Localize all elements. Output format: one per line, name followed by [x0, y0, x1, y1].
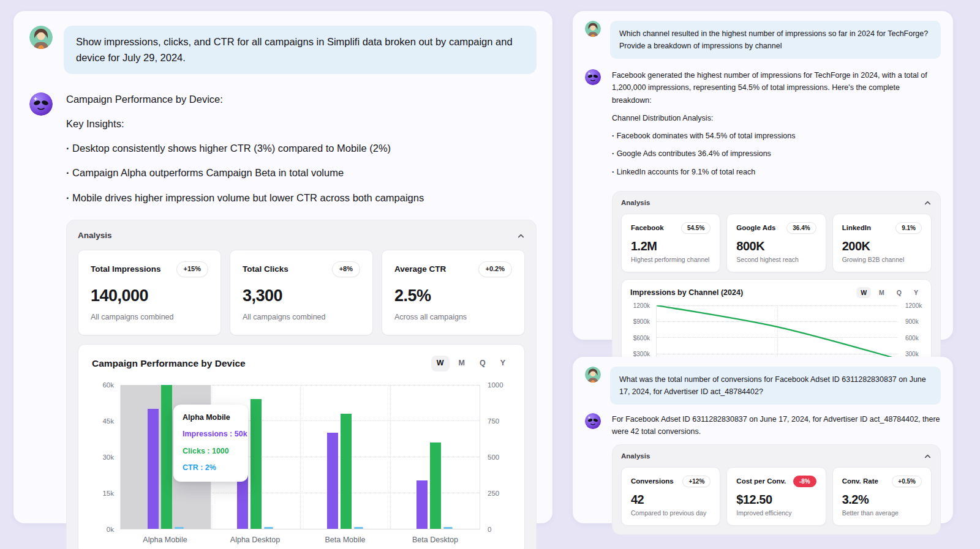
stat-note: Growing B2B channel — [842, 256, 922, 263]
collapse-chevron-icon[interactable] — [517, 232, 525, 240]
clicks-bar[interactable] — [430, 443, 441, 529]
stat-note: Second highest reach — [736, 256, 816, 263]
user-message-bubble: What was the total number of conversions… — [610, 367, 941, 405]
insight-bullet: LinkedIn accounts for 9.1% of total reac… — [612, 166, 941, 178]
y-axis-label: 60k — [102, 380, 114, 390]
analysis-title: Analysis — [621, 199, 650, 206]
assistant-message-row: Facebook generated the highest number of… — [585, 69, 941, 184]
clicks-bar[interactable] — [341, 414, 352, 529]
time-range-toggle: W M Q Y — [431, 356, 511, 372]
stats-row: Total Impressions +15% 140,000 All campa… — [78, 250, 525, 335]
analysis-header[interactable]: Analysis — [621, 199, 932, 207]
stat-value: 3,300 — [243, 285, 360, 308]
stats-row: Facebook 54.5% 1.2M Highest performing c… — [621, 214, 932, 272]
assistant-subheading: Key Insights: — [66, 117, 537, 131]
stat-card-facebook: Facebook 54.5% 1.2M Highest performing c… — [621, 214, 720, 272]
collapse-chevron-icon[interactable] — [924, 199, 932, 207]
assistant-message: For Facebook Adset ID 6311282830837 on J… — [612, 413, 941, 438]
y-axis-label: 250 — [488, 488, 499, 498]
right-y-axis: 10007505002500 — [480, 385, 511, 529]
stat-note: Better than average — [842, 509, 922, 517]
y-axis-label: 500 — [488, 452, 499, 462]
chart-tooltip: Alpha Mobile Impressions : 50kClicks : 1… — [173, 405, 248, 482]
analysis-header[interactable]: Analysis — [621, 452, 932, 460]
user-avatar — [29, 26, 53, 49]
stat-label: Average CTR — [394, 264, 446, 275]
stat-value: 200K — [842, 239, 922, 253]
assistant-avatar — [585, 69, 601, 85]
clicks-bar[interactable] — [161, 385, 172, 529]
stat-note: All campaigns combined — [91, 312, 208, 323]
ctr-bar[interactable] — [175, 527, 184, 529]
stat-label: Cost per Conv. — [736, 477, 786, 485]
y-axis-label: 1200k — [633, 302, 650, 308]
stat-label: Conversions — [631, 477, 674, 485]
user-message-bubble: Which channel resulted in the highest nu… — [610, 21, 941, 59]
assistant-message: Facebook generated the highest number of… — [612, 69, 941, 184]
user-message-row: Show impressions, clicks, and CTR for al… — [29, 26, 537, 74]
stat-note: Improved efficiency — [736, 509, 816, 517]
x-axis-label: Alpha Mobile — [120, 535, 210, 546]
range-year-button[interactable]: Y — [495, 356, 511, 372]
assistant-message: Campaign Performance by Device: Key Insi… — [66, 92, 537, 549]
y-axis-label: 45k — [102, 416, 114, 426]
y-axis-label: 750 — [488, 416, 499, 426]
ctr-bar[interactable] — [354, 527, 363, 529]
stat-note: Across all campaigns — [394, 312, 512, 323]
analysis-title: Analysis — [621, 452, 650, 460]
y-axis-label: 600k — [905, 334, 919, 341]
insight-bullet: Mobile drives higher impression volume b… — [66, 191, 537, 205]
stats-row: Conversions +12% 42 Compared to previous… — [621, 467, 932, 526]
ctr-bar[interactable] — [264, 527, 273, 529]
assistant-paragraph: For Facebook Adset ID 6311282830837 on J… — [612, 413, 941, 438]
stat-label: LinkedIn — [842, 224, 871, 231]
desktop-background: { "colors": { "page_bg": "#e6e4f5", "pan… — [0, 0, 980, 549]
analysis-section: Analysis Total Impressions +15% 140,000 … — [66, 220, 537, 549]
insight-bullet: Desktop consistently shows higher CTR (3… — [66, 141, 537, 155]
y-axis-label: 1200k — [905, 302, 922, 308]
range-week-button[interactable]: W — [856, 287, 871, 298]
analysis-section: Analysis Conversions +12% 42 Compared to… — [612, 444, 941, 535]
assistant-avatar — [585, 413, 601, 429]
stat-value: 42 — [631, 493, 710, 507]
assistant-subheading: Channel Distribution Analysis: — [612, 112, 941, 124]
chart-tooltip-lines: Impressions : 50kClicks : 1000CTR : 2% — [183, 429, 239, 474]
bar-group[interactable] — [300, 385, 390, 529]
impressions-bar[interactable] — [327, 433, 338, 529]
stat-label: Total Impressions — [91, 264, 161, 275]
campaign-chat-panel: Show impressions, clicks, and CTR for al… — [13, 11, 552, 523]
bar-group[interactable] — [390, 385, 480, 529]
range-quarter-button[interactable]: Q — [474, 356, 491, 372]
range-month-button[interactable]: M — [875, 287, 889, 298]
impressions-bar[interactable] — [417, 480, 428, 528]
trend-badge: +15% — [176, 261, 208, 277]
insight-bullet: Google Ads contributes 36.4% of impressi… — [612, 148, 941, 160]
insight-bullet: Facebook dominates with 54.5% of total i… — [612, 130, 941, 142]
y-axis-label: 0k — [107, 525, 114, 534]
y-axis-label: 0 — [488, 525, 491, 534]
channel-line-path — [657, 305, 898, 359]
range-week-button[interactable]: W — [431, 356, 450, 372]
tooltip-title: Alpha Mobile — [183, 413, 239, 424]
tooltip-line: CTR : 2% — [183, 463, 239, 474]
clicks-bar[interactable] — [251, 399, 262, 529]
range-year-button[interactable]: Y — [910, 287, 922, 298]
assistant-paragraph: Facebook generated the highest number of… — [612, 69, 941, 106]
ctr-bar[interactable] — [443, 527, 453, 529]
x-axis-label: Alpha Desktop — [210, 535, 300, 546]
time-range-toggle: W M Q Y — [856, 287, 922, 298]
stat-card-google-ads: Google Ads 36.4% 800K Second highest rea… — [726, 214, 826, 272]
assistant-heading: Campaign Performance by Device: — [66, 92, 537, 106]
analysis-title: Analysis — [78, 230, 112, 242]
stat-note: Highest performing channel — [631, 256, 710, 263]
stat-value: 2.5% — [394, 285, 512, 308]
collapse-chevron-icon[interactable] — [924, 452, 932, 460]
impressions-bar[interactable] — [148, 409, 159, 529]
x-axis-label: Beta Desktop — [390, 535, 480, 546]
chart-title: Impressions by Channel (2024) — [630, 288, 743, 297]
device-chart-plot[interactable]: Alpha Mobile Impressions : 50kClicks : 1… — [120, 385, 480, 529]
share-badge: 36.4% — [786, 222, 816, 234]
range-month-button[interactable]: M — [453, 356, 470, 372]
analysis-header[interactable]: Analysis — [78, 230, 525, 242]
range-quarter-button[interactable]: Q — [892, 287, 906, 298]
